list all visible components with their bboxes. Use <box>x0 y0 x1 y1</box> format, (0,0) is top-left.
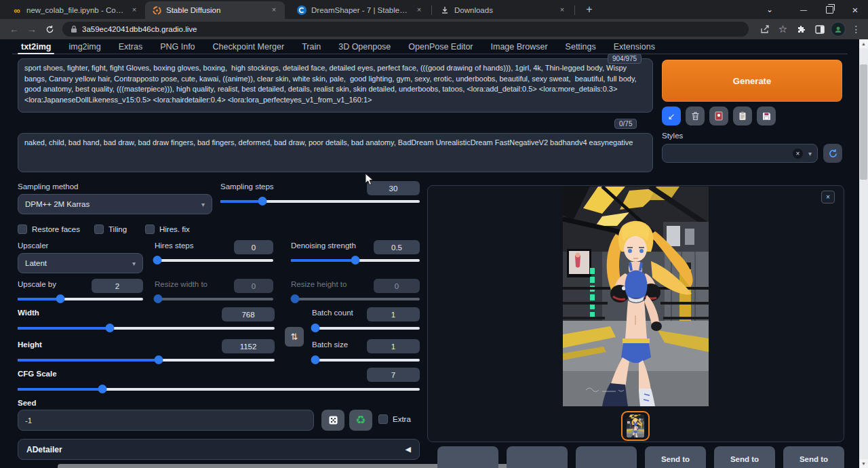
negative-prompt-input[interactable]: naked, child, bad hand, bad draw, bad dr… <box>18 133 653 172</box>
civitai-icon <box>297 5 307 15</box>
browser-tab-dreamshaper[interactable]: DreamShaper - 7 | Stable Diffusio × <box>290 1 430 19</box>
seed-input[interactable] <box>18 410 314 431</box>
prompt-input[interactable]: sport shoes, fighter, fight, fight Glove… <box>18 58 653 113</box>
forward-button[interactable]: → <box>23 20 41 38</box>
tab-img2img[interactable]: img2img <box>60 39 109 54</box>
gallery-button-1[interactable] <box>437 446 498 468</box>
sampling-method-dropdown[interactable]: DPM++ 2M Karras▾ <box>18 194 212 214</box>
back-button[interactable]: ← <box>5 20 23 38</box>
side-panel-icon[interactable] <box>810 20 829 38</box>
upscale-by-slider[interactable] <box>18 294 143 303</box>
apply-styles-button[interactable] <box>733 106 752 125</box>
arrow-down-left-icon: ↙ <box>668 111 675 121</box>
extensions-puzzle-icon[interactable] <box>792 20 810 38</box>
tab-image-browser[interactable]: Image Browser <box>482 39 557 54</box>
new-tab-button[interactable]: + <box>580 1 598 19</box>
hires-fix-checkbox[interactable]: Hires. fix <box>145 225 190 234</box>
upscaler-dropdown[interactable]: Latent▾ <box>18 253 143 273</box>
hires-steps-slider[interactable] <box>155 256 273 265</box>
cfg-scale-slider[interactable] <box>18 385 420 393</box>
browser-tab-stable-diffusion[interactable]: Stable Diffusion × <box>145 1 285 19</box>
styles-clear-icon[interactable]: × <box>793 149 803 159</box>
batch-size-value[interactable]: 1 <box>367 339 420 353</box>
checkbox[interactable] <box>18 225 27 234</box>
height-value[interactable]: 1152 <box>222 339 275 353</box>
window-close-button[interactable]: × <box>842 0 868 19</box>
mouse-cursor <box>365 173 376 187</box>
height-slider[interactable] <box>18 355 275 364</box>
gallery-button-3[interactable] <box>576 446 637 468</box>
batch-size-slider[interactable] <box>312 355 420 364</box>
checkbox[interactable] <box>94 225 104 234</box>
tab-train[interactable]: Train <box>293 39 330 54</box>
adetailer-accordion[interactable]: ADetailer ◀ <box>18 439 420 460</box>
send-to-img2img-button[interactable]: Send to <box>645 446 706 468</box>
page-scrollbar[interactable]: ▲ ▼ <box>859 39 868 468</box>
batch-size-label: Batch size <box>312 340 348 349</box>
lock-icon <box>71 25 77 33</box>
tab-close-icon[interactable]: × <box>129 5 140 16</box>
reload-button[interactable] <box>41 20 58 38</box>
save-style-button[interactable] <box>757 106 776 125</box>
scroll-down-icon[interactable]: ▼ <box>859 459 868 468</box>
batch-count-slider[interactable] <box>312 324 420 332</box>
swap-width-height-button[interactable]: ⇅ <box>285 327 304 347</box>
gallery-button-2[interactable] <box>507 446 568 468</box>
bookmark-star-icon[interactable]: ☆ <box>774 20 792 38</box>
browser-tab-colab[interactable]: ∞ new_colab_file.ipynb - Colaborat × <box>5 1 145 19</box>
sampling-steps-slider[interactable] <box>220 197 420 206</box>
scrollbar-thumb[interactable] <box>860 64 867 180</box>
extra-seed-checkbox[interactable]: Extra <box>378 414 411 424</box>
tab-txt2img[interactable]: txt2img <box>12 39 60 54</box>
tab-settings[interactable]: Settings <box>557 39 605 54</box>
tab-3d-openpose[interactable]: 3D Openpose <box>330 39 399 54</box>
tab-checkpoint-merger[interactable]: Checkpoint Merger <box>204 39 294 54</box>
browser-menu-dots-icon[interactable]: ⋮ <box>847 20 865 38</box>
send-to-inpaint-button[interactable]: Send to <box>714 446 775 468</box>
hires-steps-value[interactable]: 0 <box>234 240 273 254</box>
browser-tab-downloads[interactable]: Downloads × <box>433 1 573 19</box>
window-maximize-button[interactable] <box>816 0 842 19</box>
tab-close-icon[interactable]: × <box>269 5 279 16</box>
tab-close-icon[interactable]: × <box>557 5 568 16</box>
width-value[interactable]: 768 <box>222 307 275 321</box>
window-minimize-button[interactable]: — <box>791 0 816 19</box>
reuse-seed-button[interactable]: ♻ <box>349 410 372 431</box>
tab-extensions[interactable]: Extensions <box>605 39 664 54</box>
refresh-styles-button[interactable] <box>823 144 842 163</box>
styles-dropdown[interactable]: × ▾ <box>662 144 818 163</box>
random-seed-button[interactable] <box>321 410 344 431</box>
tab-openpose-editor[interactable]: OpenPose Editor <box>399 39 481 54</box>
share-icon[interactable] <box>755 20 774 38</box>
batch-count-label: Batch count <box>312 309 353 317</box>
avatar-image <box>831 22 846 37</box>
width-slider[interactable] <box>18 324 275 332</box>
send-to-extras-button[interactable]: Send to <box>783 446 844 468</box>
extra-networks-button[interactable] <box>709 106 728 125</box>
checkbox[interactable] <box>145 225 155 234</box>
address-bar[interactable]: 3a59ec42041dbb46cb.gradio.live <box>62 22 749 37</box>
denoising-strength-slider[interactable] <box>291 256 420 265</box>
denoising-strength-value[interactable]: 0.5 <box>374 240 420 254</box>
generated-image[interactable] <box>563 187 709 406</box>
tab-extras[interactable]: Extras <box>110 39 151 54</box>
restore-faces-checkbox[interactable]: Restore faces <box>18 225 80 234</box>
profile-avatar[interactable] <box>829 20 847 38</box>
batch-count-value[interactable]: 1 <box>367 307 420 321</box>
gallery-thumbnail-selected[interactable] <box>621 411 650 441</box>
tab-png-info[interactable]: PNG Info <box>151 39 203 54</box>
tab-search-chevron-icon[interactable]: ⌄ <box>757 0 783 19</box>
hires-steps-label: Hires steps <box>155 241 194 250</box>
scroll-up-icon[interactable]: ▲ <box>859 39 868 48</box>
upscale-by-value[interactable]: 2 <box>92 279 143 293</box>
chevron-down-icon: ▾ <box>808 150 812 157</box>
tab-close-icon[interactable]: × <box>414 5 425 16</box>
cfg-scale-value[interactable]: 7 <box>367 368 420 382</box>
paste-params-button[interactable]: ↙ <box>662 106 681 125</box>
generate-button[interactable]: Generate <box>662 60 842 102</box>
clear-prompt-button[interactable] <box>686 106 705 125</box>
tiling-checkbox[interactable]: Tiling <box>94 225 127 234</box>
gallery-close-button[interactable]: × <box>821 191 835 203</box>
checkbox[interactable] <box>378 414 388 424</box>
recycle-icon: ♻ <box>355 414 366 426</box>
